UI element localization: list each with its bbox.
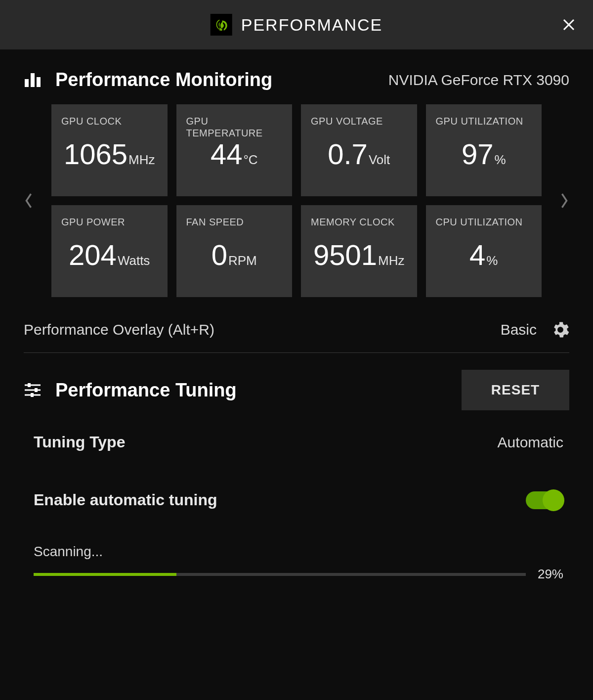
header-title: PERFORMANCE <box>241 15 382 35</box>
tile-gpu-clock[interactable]: GPU CLOCK 1065 MHz <box>51 104 168 196</box>
close-button[interactable] <box>561 17 576 32</box>
tile-label: GPU CLOCK <box>61 115 158 140</box>
tile-unit: % <box>486 253 498 268</box>
tile-value: 0 <box>212 241 227 269</box>
gpu-name-label: NVIDIA GeForce RTX 3090 <box>388 72 569 88</box>
tile-label: FAN SPEED <box>186 216 283 241</box>
tile-label: MEMORY CLOCK <box>311 216 407 241</box>
header-center: PERFORMANCE <box>211 14 382 36</box>
bar-chart-icon <box>24 71 42 89</box>
tile-value: 44 <box>211 140 243 169</box>
tile-value: 0.7 <box>328 140 368 169</box>
svg-rect-1 <box>31 73 35 87</box>
enable-auto-tuning-toggle[interactable] <box>526 491 563 509</box>
tiles-grid: GPU CLOCK 1065 MHz GPU TEMPERATURE 44 °C… <box>51 104 542 297</box>
monitoring-head: Performance Monitoring NVIDIA GeForce RT… <box>24 69 569 90</box>
chevron-left-icon[interactable] <box>24 193 34 209</box>
tile-unit: MHz <box>128 152 155 168</box>
nvidia-logo-icon <box>211 14 232 36</box>
svg-rect-2 <box>37 77 41 87</box>
tile-value: 4 <box>469 241 485 269</box>
sliders-icon <box>24 381 42 399</box>
overlay-label: Performance Overlay (Alt+R) <box>24 321 214 338</box>
monitoring-title: Performance Monitoring <box>55 69 272 90</box>
tile-gpu-temperature[interactable]: GPU TEMPERATURE 44 °C <box>176 104 293 196</box>
toggle-knob <box>543 489 564 511</box>
tile-label: CPU UTILIZATION <box>436 216 532 241</box>
tuning-head: Performance Tuning RESET <box>24 370 569 410</box>
scan-progress-fill <box>34 573 176 576</box>
overlay-mode-value[interactable]: Basic <box>501 321 537 338</box>
tile-cpu-utilization[interactable]: CPU UTILIZATION 4 % <box>426 205 542 297</box>
tiles-carousel: GPU CLOCK 1065 MHz GPU TEMPERATURE 44 °C… <box>24 104 569 297</box>
overlay-row: Performance Overlay (Alt+R) Basic <box>24 321 569 353</box>
tile-unit: RPM <box>228 253 257 268</box>
scan-status-label: Scanning... <box>34 544 563 560</box>
tile-gpu-utilization[interactable]: GPU UTILIZATION 97 % <box>426 104 542 196</box>
tile-label: GPU TEMPERATURE <box>186 115 283 140</box>
gear-icon[interactable] <box>551 321 569 339</box>
reset-button[interactable]: RESET <box>462 370 569 410</box>
tile-value: 204 <box>69 241 117 269</box>
scan-progress-section: Scanning... 29% <box>24 544 569 582</box>
tile-unit: MHz <box>378 253 404 268</box>
enable-auto-tuning-row: Enable automatic tuning <box>24 491 569 509</box>
tuning-type-row: Tuning Type Automatic <box>24 433 569 451</box>
header-bar: PERFORMANCE <box>0 0 593 49</box>
tile-unit: % <box>494 152 506 168</box>
tile-unit: Watts <box>118 253 150 268</box>
enable-auto-tuning-label: Enable automatic tuning <box>34 491 217 509</box>
tile-unit: °C <box>243 152 257 168</box>
svg-rect-4 <box>28 383 31 387</box>
tile-value: 1065 <box>64 140 127 169</box>
close-icon <box>561 17 576 32</box>
scan-progress-bar <box>34 573 526 576</box>
tile-label: GPU POWER <box>61 216 158 241</box>
tile-label: GPU UTILIZATION <box>436 115 532 140</box>
tile-value: 97 <box>462 140 494 169</box>
scan-progress-percent: 29% <box>538 567 563 582</box>
tile-fan-speed[interactable]: FAN SPEED 0 RPM <box>176 205 293 297</box>
tile-label: GPU VOLTAGE <box>311 115 407 140</box>
tile-gpu-voltage[interactable]: GPU VOLTAGE 0.7 Volt <box>301 104 417 196</box>
tuning-type-value[interactable]: Automatic <box>498 434 563 451</box>
tile-gpu-power[interactable]: GPU POWER 204 Watts <box>51 205 168 297</box>
chevron-right-icon[interactable] <box>559 193 569 209</box>
tuning-type-label: Tuning Type <box>34 433 125 451</box>
tile-memory-clock[interactable]: MEMORY CLOCK 9501 MHz <box>301 205 417 297</box>
svg-rect-6 <box>35 388 38 392</box>
svg-rect-8 <box>31 393 34 397</box>
tuning-title: Performance Tuning <box>55 380 237 401</box>
svg-rect-0 <box>25 79 29 87</box>
tile-unit: Volt <box>369 152 390 168</box>
tile-value: 9501 <box>313 241 377 269</box>
